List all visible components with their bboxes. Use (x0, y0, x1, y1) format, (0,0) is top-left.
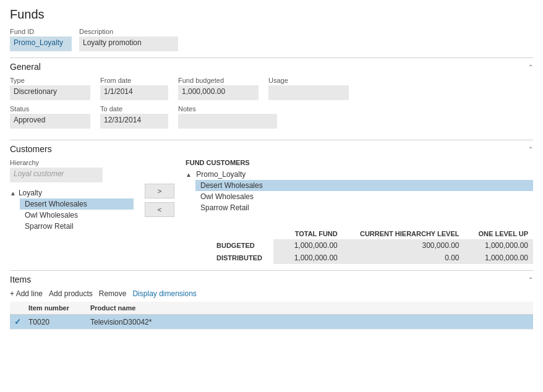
status-label: Status (10, 105, 90, 113)
add-line-button[interactable]: + Add line (10, 289, 43, 298)
budgeted-total: 1,000,000.00 (273, 239, 342, 252)
general-chevron[interactable]: ⌃ (528, 64, 533, 70)
customers-right-panel: FUND CUSTOMERS ▲ Promo_Loyalty Desert Wh… (186, 159, 533, 264)
col-current-hierarchy: CURRENT HIERARCHY LEVEL (343, 228, 464, 239)
usage-label: Usage (268, 77, 349, 84)
distributed-one-level: 1,000,000.00 (464, 252, 533, 264)
customers-mid-panel: > < (141, 159, 178, 264)
budgeted-current: 300,000.00 (343, 239, 464, 252)
right-tree-item-sparrow[interactable]: Sparrow Retail (195, 202, 533, 213)
to-date-value[interactable]: 12/31/2014 (100, 114, 168, 129)
from-date-label: From date (100, 77, 168, 84)
from-date-value[interactable]: 1/1/2014 (100, 85, 168, 100)
general-section-header: General ⌃ (10, 58, 533, 74)
row-distributed-label: DISTRIBUTED (212, 252, 273, 264)
general-row-2: Status Approved To date 12/31/2014 Notes (10, 105, 533, 129)
left-tree-item-owl[interactable]: Owl Wholesales (20, 210, 134, 221)
fund-customers-label: FUND CUSTOMERS (186, 159, 533, 166)
right-tree-item-desert[interactable]: Desert Wholesales (195, 180, 533, 191)
items-section: Items ⌃ + Add line Add products Remove D… (10, 270, 533, 330)
fund-id-field: Fund ID Promo_Loyalty (10, 28, 72, 51)
items-chevron[interactable]: ⌃ (528, 276, 533, 283)
row-product-name: TelevisionD30042* (87, 315, 533, 329)
fund-budgeted-value[interactable]: 1,000,000.00 (178, 85, 259, 100)
left-tree: ▲Loyalty Desert Wholesales Owl Wholesale… (10, 187, 134, 232)
from-date-field: From date 1/1/2014 (100, 77, 168, 100)
page-container: Funds Fund ID Promo_Loyalty Description … (0, 0, 543, 337)
fund-budgeted-field: Fund budgeted 1,000,000.00 (178, 77, 259, 100)
items-section-header: Items ⌃ (10, 271, 533, 287)
customers-chevron[interactable]: ⌃ (528, 146, 533, 153)
budgeted-one-level: 1,000,000.00 (464, 239, 533, 252)
col-check-header (10, 302, 25, 314)
remove-button[interactable]: Remove (99, 289, 127, 298)
hierarchy-label: Hierarchy (10, 159, 134, 166)
type-value[interactable]: Discretionary (10, 85, 90, 100)
to-date-field: To date 12/31/2014 (100, 105, 168, 129)
customers-section-body: Hierarchy Loyal customer ▲Loyalty Desert… (10, 156, 533, 270)
general-row-1: Type Discretionary From date 1/1/2014 Fu… (10, 77, 533, 100)
right-tree-children: Desert Wholesales Owl Wholesales Sparrow… (186, 180, 533, 213)
page-title: Funds (10, 7, 533, 22)
usage-field: Usage (268, 77, 349, 100)
col-one-level-up: ONE LEVEL UP (464, 228, 533, 239)
row-item-number: T0020 (25, 315, 87, 329)
right-tree: ▲ Promo_Loyalty Desert Wholesales Owl Wh… (186, 169, 533, 213)
to-date-label: To date (100, 105, 168, 113)
right-tree-expand-icon: ▲ (186, 171, 192, 178)
check-icon: ✓ (14, 317, 21, 326)
row-budgeted-label: BUDGETED (212, 239, 273, 252)
fund-id-label: Fund ID (10, 28, 72, 35)
arrow-left-button[interactable]: < (145, 202, 174, 217)
distributed-current: 0.00 (343, 252, 464, 264)
distributed-total: 1,000,000.00 (273, 252, 342, 264)
left-tree-item-desert[interactable]: Desert Wholesales (20, 198, 134, 210)
fund-id-value[interactable]: Promo_Loyalty (10, 36, 72, 51)
status-value[interactable]: Approved (10, 114, 90, 129)
items-section-title: Items (10, 275, 31, 284)
tree-expand-icon: ▲ (10, 190, 16, 197)
display-dimensions-button[interactable]: Display dimensions (132, 289, 196, 298)
add-products-button[interactable]: Add products (49, 289, 93, 298)
type-label: Type (10, 77, 90, 84)
customers-left-panel: Hierarchy Loyal customer ▲Loyalty Desert… (10, 159, 134, 264)
notes-value[interactable] (178, 114, 277, 129)
col-item-header: Item number (25, 302, 87, 314)
hierarchy-input[interactable]: Loyal customer (10, 168, 103, 182)
notes-field: Notes (178, 105, 277, 129)
fund-budgeted-label: Fund budgeted (178, 77, 259, 84)
customers-section-title: Customers (10, 144, 52, 154)
header-fields: Fund ID Promo_Loyalty Description Loyalt… (10, 28, 533, 51)
description-field: Description Loyalty promotion (79, 28, 178, 51)
right-tree-root[interactable]: ▲ Promo_Loyalty (186, 169, 533, 180)
general-section-body: Type Discretionary From date 1/1/2014 Fu… (10, 74, 533, 140)
description-label: Description (79, 28, 178, 35)
left-tree-children: Desert Wholesales Owl Wholesales Sparrow… (10, 198, 134, 232)
items-grid-header: Item number Product name (10, 302, 533, 315)
col-product-header: Product name (87, 302, 533, 314)
left-tree-item-sparrow[interactable]: Sparrow Retail (20, 221, 134, 232)
customers-section: Customers ⌃ Hierarchy Loyal customer ▲Lo… (10, 140, 533, 270)
items-grid: Item number Product name ✓ T0020 Televis… (10, 302, 533, 330)
notes-label: Notes (178, 105, 277, 113)
status-field: Status Approved (10, 105, 90, 129)
arrow-right-button[interactable]: > (145, 184, 174, 198)
items-toolbar: + Add line Add products Remove Display d… (10, 287, 533, 302)
col-total-fund: TOTAL FUND (273, 228, 342, 239)
general-section: General ⌃ Type Discretionary From date 1… (10, 58, 533, 140)
items-grid-row[interactable]: ✓ T0020 TelevisionD30042* (10, 315, 533, 330)
right-tree-item-owl[interactable]: Owl Wholesales (195, 191, 533, 202)
type-field: Type Discretionary (10, 77, 90, 100)
usage-value[interactable] (268, 85, 349, 100)
row-check: ✓ (10, 315, 25, 329)
customers-section-header: Customers ⌃ (10, 140, 533, 156)
tree-parent-loyalty[interactable]: ▲Loyalty (10, 187, 134, 198)
customers-layout: Hierarchy Loyal customer ▲Loyalty Desert… (10, 159, 533, 264)
description-value[interactable]: Loyalty promotion (79, 36, 178, 51)
summary-table: TOTAL FUND CURRENT HIERARCHY LEVEL ONE L… (212, 228, 533, 264)
general-section-title: General (10, 62, 41, 72)
